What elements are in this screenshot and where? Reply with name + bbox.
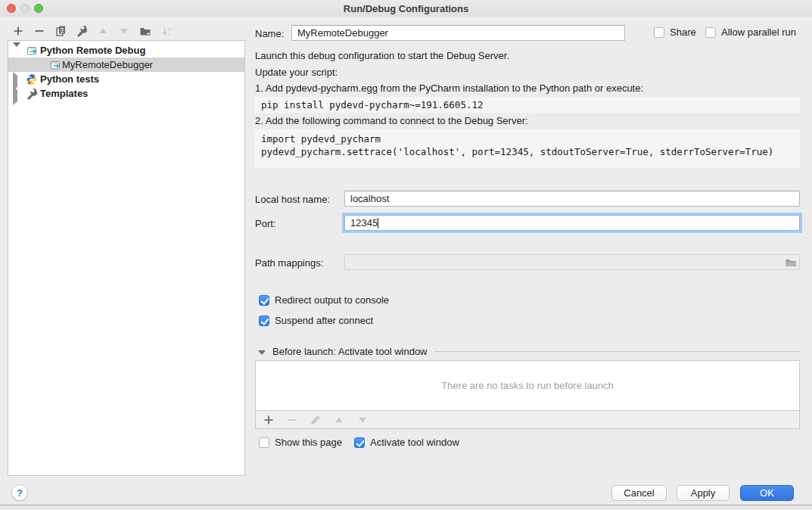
svg-text:z: z [168,32,170,36]
python-tests-icon [26,73,38,86]
folder-browse-icon [785,257,797,269]
add-task-icon[interactable] [263,414,275,426]
tree-item-label: Python tests [40,73,99,85]
tree-item-label: Python Remote Debug [40,45,145,56]
tree-item-label: MyRemoteDebugger [62,59,153,70]
code-line-2: pydevd_pycharm.settrace('localhost', por… [261,145,794,158]
configuration-editor: Name: Share Allow parallel run Launch th… [255,0,801,510]
move-up-icon [97,25,109,37]
pip-command-code: pip install pydevd-pycharm~=191.6605.12 [255,97,800,113]
tree-item-python-tests[interactable]: Python tests [8,72,244,86]
settrace-code-block: import pydevd_pycharm pydevd_pycharm.set… [255,129,800,168]
remote-debug-config-icon [49,59,61,71]
show-this-page-label: Show this page [275,437,342,448]
suspend-after-connect-row: Suspend after connect [259,315,373,326]
remove-configuration-icon[interactable] [33,25,45,37]
activate-tool-window-label: Activate tool window [370,437,459,448]
path-mappings-input [344,254,800,270]
configurations-toolbar: az [12,24,173,38]
redirect-output-label: Redirect output to console [275,294,389,306]
port-label: Port: [255,218,275,229]
window-bottom-edge [0,505,812,510]
suspend-after-connect-checkbox[interactable] [259,316,269,326]
expand-collapse-icon[interactable] [13,90,20,98]
move-task-up-icon [333,414,345,426]
svg-text:a: a [168,26,171,31]
tree-item-python-remote-debug[interactable]: Python Remote Debug [8,43,244,58]
apply-button[interactable]: Apply [677,485,730,501]
before-launch-task-list[interactable]: There are no tasks to run before launch [255,360,800,411]
text-caret [378,218,378,229]
ok-button[interactable]: OK [740,485,794,501]
section-divider [434,351,800,352]
before-launch-header[interactable]: Before launch: Activate tool window [255,346,800,357]
move-down-icon [118,25,130,37]
edit-task-icon [310,414,322,426]
name-input[interactable] [291,25,625,41]
remote-debug-config-icon [26,45,38,57]
share-checkbox-row: Share [654,26,696,38]
redirect-output-checkbox[interactable] [259,295,269,306]
add-configuration-icon[interactable] [12,25,24,37]
wrench-icon [26,88,38,100]
move-task-down-icon [356,414,369,426]
update-script-text: Update your script: [255,67,338,78]
path-mappings-label: Path mappings: [255,257,323,269]
run-debug-configurations-dialog: Run/Debug Configurations az [0,0,812,510]
collapse-section-icon[interactable] [258,350,266,355]
step2-text: 2. Add the following command to connect … [255,115,528,126]
allow-parallel-run-checkbox-row: Allow parallel run [705,26,796,38]
tree-item-templates[interactable]: Templates [8,86,244,101]
activate-tool-window-checkbox[interactable] [354,437,365,448]
configurations-tree: Python Remote Debug MyRemoteDebugger Pyt… [8,40,245,476]
allow-parallel-run-checkbox[interactable] [705,27,716,38]
edit-templates-icon[interactable] [76,25,88,37]
code-line-1: import pydevd_pycharm [261,132,794,145]
help-question-icon: ? [17,487,23,499]
remove-task-icon [286,414,298,426]
local-host-name-input[interactable] [344,191,800,207]
intro-text: Launch this debug configuration to start… [255,50,509,61]
share-label: Share [670,26,696,38]
before-launch-title: Before launch: Activate tool window [272,346,428,357]
local-host-name-label: Local host name: [255,194,330,205]
new-folder-icon[interactable] [139,25,151,37]
cancel-button[interactable]: Cancel [611,485,667,501]
expand-collapse-icon[interactable] [13,47,20,54]
sort-alphabetically-icon: az [160,25,173,37]
activate-tool-window-row: Activate tool window [354,437,459,448]
allow-parallel-run-label: Allow parallel run [721,26,796,38]
empty-tasks-message: There are no tasks to run before launch [441,380,614,391]
show-this-page-checkbox[interactable] [259,437,269,448]
share-checkbox[interactable] [654,27,664,38]
name-label: Name: [255,28,284,39]
tree-item-label: Templates [40,88,88,99]
expand-collapse-icon[interactable] [13,76,20,83]
suspend-after-connect-label: Suspend after connect [275,315,373,326]
show-this-page-row: Show this page [259,437,342,448]
copy-configuration-icon[interactable] [54,25,67,37]
before-launch-toolbar [255,410,800,429]
tree-item-my-remote-debugger[interactable]: MyRemoteDebugger [8,58,244,72]
help-button[interactable]: ? [11,484,28,501]
port-input[interactable] [344,215,800,231]
redirect-output-row: Redirect output to console [259,294,389,306]
step1-text: 1. Add pydevd-pycharm.egg from the PyCha… [255,82,643,94]
